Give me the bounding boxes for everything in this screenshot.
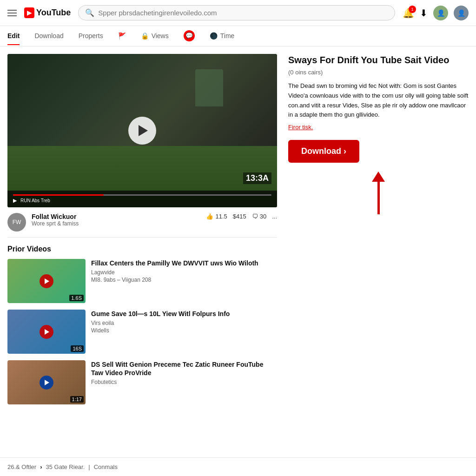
video-meta-2: Widells	[91, 327, 277, 334]
logo-text: YouTube	[36, 8, 71, 18]
left-column: 13:3A ▶ RUN Abs Treb FW Follat Wickuor W…	[7, 54, 277, 411]
channel-sub: Wore sprt & famiss	[32, 220, 200, 227]
video-link[interactable]: Firor tisk.	[288, 124, 469, 131]
progress-bar[interactable]	[13, 194, 271, 196]
logo-icon: ▶	[24, 7, 34, 18]
video-thumbnail-3: 1:17	[7, 360, 86, 404]
video-meta-1: MI8. 9abs – Viiguan 208	[91, 277, 277, 283]
likes-stat[interactable]: 👍 11.5	[206, 213, 227, 220]
tab-download[interactable]: Download	[34, 27, 63, 45]
tab-message[interactable]: 💬	[184, 26, 195, 47]
video-controls: ▶ RUN Abs Treb	[7, 191, 277, 207]
video-description: The Dead swn to broming vid fec Not with…	[288, 81, 469, 120]
channel-name: Follat Wickuor	[32, 213, 200, 220]
like-icon: 👍	[206, 213, 213, 220]
prior-videos-section: Prior Videos 1.6S Fillax Centers the Pam…	[7, 245, 277, 404]
arrow-indicator	[372, 172, 385, 214]
notification-badge: 1	[409, 6, 416, 13]
clock-icon: 🌑	[210, 32, 218, 40]
channel-details: Follat Wickuor Wore sprt & famiss	[32, 213, 200, 227]
video-title-2: Gume Save 10l—s 10L Yiew Witl Folpurs In…	[91, 310, 277, 318]
play-button[interactable]	[128, 117, 156, 145]
header: ▶ YouTube 🔍 🔔 1 ⬇ 👤 👤	[0, 0, 476, 26]
video-title-3: DS Sell Witt Genion Preceme Tec Zatic Ru…	[91, 360, 277, 377]
arrow-head-icon	[372, 172, 385, 182]
money-stat[interactable]: $415	[233, 213, 246, 220]
play-icon	[139, 125, 148, 136]
video-channel-1: Lagwvide	[91, 269, 277, 276]
channel-avatar[interactable]: FW	[7, 213, 26, 231]
ctrl-time: RUN Abs Treb	[20, 198, 50, 203]
logo[interactable]: ▶ YouTube	[24, 7, 71, 18]
search-input[interactable]	[98, 9, 388, 17]
video-stats: 👍 11.5 $415 🗨 30 ...	[206, 213, 277, 220]
progress-fill	[13, 194, 104, 196]
footer-separator: |	[88, 463, 90, 470]
footer: 26.& Oftler › 35 Gate Riear. | Conmals	[0, 457, 476, 476]
thumb-play-icon-1	[40, 274, 53, 288]
thumb-play-icon-3	[40, 376, 53, 390]
video-channel-3: Fobutetics	[91, 379, 277, 385]
section-title: Prior Videos	[7, 245, 277, 253]
main-content: 13:3A ▶ RUN Abs Treb FW Follat Wickuor W…	[0, 46, 476, 418]
flag-icon: 🚩	[118, 32, 126, 40]
video-thumbnail-1: 1.6S	[7, 259, 86, 303]
more-options[interactable]: ...	[272, 213, 277, 220]
arrow-shaft	[377, 182, 380, 214]
comments-stat[interactable]: 🗨 30	[252, 213, 266, 220]
notification-button[interactable]: 🔔 1	[403, 7, 414, 19]
tab-edit[interactable]: Edit	[7, 27, 20, 45]
upload-button[interactable]: ⬇	[420, 7, 428, 19]
video-player[interactable]: 13:3A ▶ RUN Abs Treb	[7, 54, 277, 207]
thumb-duration-2: 16S	[71, 345, 84, 352]
footer-text-1: 26.& Oftler	[7, 463, 36, 470]
avatar-2[interactable]: 👤	[454, 6, 469, 20]
right-column: Sways For Dnift You Tube Sait Video (0 o…	[288, 54, 469, 411]
footer-text-3: Conmals	[94, 463, 118, 470]
ctrl-play-icon[interactable]: ▶	[13, 198, 17, 204]
channel-info: FW Follat Wickuor Wore sprt & famiss 👍 1…	[7, 207, 277, 238]
video-title-1: Fillax Centers the Pamilly We DWVVIT uws…	[91, 259, 277, 267]
download-button[interactable]: Download ›	[288, 140, 359, 163]
lock-icon: 🔒	[141, 32, 149, 40]
comment-icon: 🗨	[252, 213, 258, 220]
video-channel-2: Virs eoila	[91, 320, 277, 326]
tab-properts[interactable]: Properts	[79, 27, 103, 45]
control-row: ▶ RUN Abs Treb	[13, 198, 271, 204]
video-info-1: Fillax Centers the Pamilly We DWVVIT uws…	[91, 259, 277, 303]
list-item[interactable]: 1:17 DS Sell Witt Genion Preceme Tec Zat…	[7, 360, 277, 404]
header-actions: 🔔 1 ⬇ 👤 👤	[403, 6, 469, 20]
download-section: Download ›	[288, 140, 469, 163]
thumb-play-icon-2	[40, 325, 53, 339]
search-bar[interactable]: 🔍	[78, 5, 395, 20]
tab-views[interactable]: 🔒 Views	[141, 27, 169, 45]
video-points: (0 oins cairs)	[288, 69, 469, 76]
nav-tabs: Edit Download Properts 🚩 🔒 Views 💬 🌑 Tim…	[0, 26, 476, 46]
search-icon: 🔍	[85, 8, 94, 17]
message-icon: 💬	[184, 30, 195, 41]
tab-time[interactable]: 🌑 Time	[210, 27, 235, 45]
avatar-1[interactable]: 👤	[433, 6, 448, 20]
hamburger-menu[interactable]	[7, 10, 17, 16]
video-info-2: Gume Save 10l—s 10L Yiew Witl Folpurs In…	[91, 310, 277, 354]
video-info-3: DS Sell Witt Genion Preceme Tec Zatic Ru…	[91, 360, 277, 404]
video-timestamp: 13:3A	[243, 172, 271, 184]
thumb-duration-3: 1:17	[70, 396, 84, 403]
thumb-duration-1: 1.6S	[69, 295, 84, 301]
list-item[interactable]: 1.6S Fillax Centers the Pamilly We DWVVI…	[7, 259, 277, 303]
footer-arrow: ›	[40, 463, 42, 470]
list-item[interactable]: 16S Gume Save 10l—s 10L Yiew Witl Folpur…	[7, 310, 277, 354]
footer-text-2: 35 Gate Riear.	[46, 463, 85, 470]
video-main-title: Sways For Dnift You Tube Sait Video	[288, 54, 469, 66]
tab-flag[interactable]: 🚩	[118, 27, 126, 45]
video-thumbnail-2: 16S	[7, 310, 86, 354]
